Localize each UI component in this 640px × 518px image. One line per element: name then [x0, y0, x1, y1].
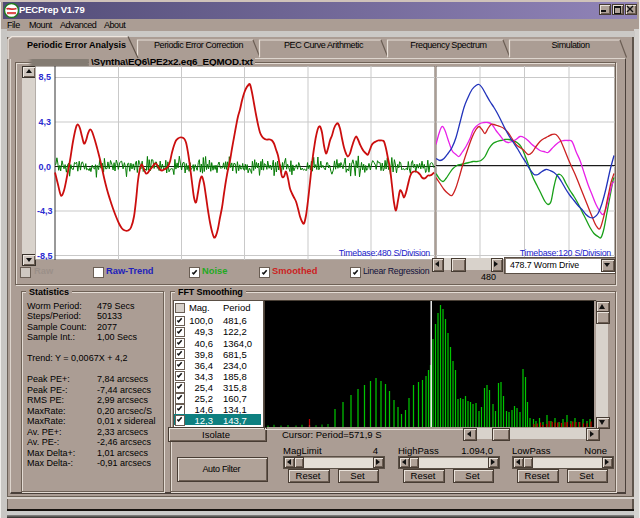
svg-text:4,3: 4,3 [39, 117, 52, 127]
svg-text:-8,5: -8,5 [37, 250, 53, 260]
svg-text:-4,3: -4,3 [37, 206, 53, 216]
svg-text:0,0: 0,0 [39, 161, 52, 171]
svg-text:Timebase:120 S/Division: Timebase:120 S/Division [520, 248, 612, 258]
svg-text:Timebase:480 S/Division: Timebase:480 S/Division [339, 248, 431, 258]
svg-text:8,5: 8,5 [39, 72, 52, 82]
